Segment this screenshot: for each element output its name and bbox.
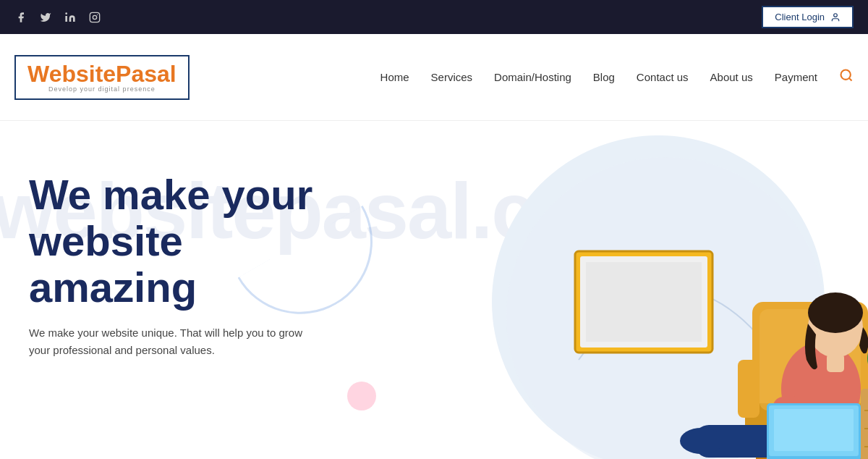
client-login-button[interactable]: Client Login <box>762 6 854 28</box>
svg-rect-28 <box>827 354 844 372</box>
svg-rect-25 <box>774 409 854 451</box>
svg-line-6 <box>849 78 852 81</box>
logo[interactable]: WebsitePasal Develop your digital presen… <box>14 55 190 100</box>
logo-tagline: Develop your digital presence <box>48 85 156 93</box>
hero-content: We make your website amazing We make you… <box>29 150 318 359</box>
nav-services[interactable]: Services <box>431 68 473 86</box>
svg-rect-30 <box>861 389 868 459</box>
social-icons-group <box>14 11 101 24</box>
logo-prefix: Website <box>27 61 116 87</box>
nav-domain-hosting[interactable]: Domain/Hosting <box>494 68 571 86</box>
top-bar: Client Login <box>0 0 868 34</box>
user-icon <box>830 12 841 22</box>
twitter-icon[interactable] <box>39 11 52 24</box>
hero-heading-line3: amazing <box>29 264 197 311</box>
svg-point-2 <box>93 15 96 19</box>
logo-suffix: Pasal <box>116 61 176 87</box>
svg-point-5 <box>841 70 851 80</box>
instagram-icon[interactable] <box>88 11 101 24</box>
main-nav: Home Services Domain/Hosting Blog Contac… <box>380 68 854 86</box>
svg-point-3 <box>97 14 98 14</box>
facebook-icon[interactable] <box>14 11 27 24</box>
nav-contact[interactable]: Contact us <box>637 68 689 86</box>
hero-illustration <box>420 143 868 459</box>
header: WebsitePasal Develop your digital presen… <box>0 34 868 121</box>
nav-blog[interactable]: Blog <box>593 68 615 86</box>
hero-subtext: We make your website unique. That will h… <box>29 324 318 359</box>
logo-text: WebsitePasal <box>27 62 176 85</box>
hero-heading: We make your website amazing <box>29 172 318 310</box>
logo-box: WebsitePasal Develop your digital presen… <box>14 55 190 100</box>
svg-rect-11 <box>738 360 760 418</box>
svg-point-0 <box>65 12 67 14</box>
nav-home[interactable]: Home <box>380 68 409 86</box>
linkedin-icon[interactable] <box>64 11 77 24</box>
decorative-circle <box>347 382 376 410</box>
search-icon[interactable] <box>839 68 854 86</box>
svg-point-4 <box>834 13 838 17</box>
hero-heading-line2: website <box>29 217 183 264</box>
hero-section: websitepasal.com We make your website am… <box>0 121 868 459</box>
nav-about[interactable]: About us <box>710 68 753 86</box>
svg-point-19 <box>680 428 723 454</box>
svg-rect-1 <box>90 12 99 22</box>
nav-payment[interactable]: Payment <box>775 68 817 86</box>
svg-rect-43 <box>586 262 702 342</box>
hero-heading-line1: We make your <box>29 171 312 218</box>
svg-point-27 <box>808 292 863 333</box>
